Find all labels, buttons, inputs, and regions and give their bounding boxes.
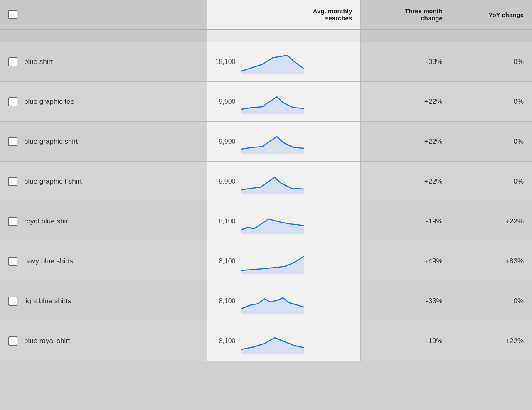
avg-monthly-value: 9,900 xyxy=(212,98,235,106)
header-checkbox[interactable] xyxy=(8,10,17,19)
yoy-cell: 0% xyxy=(451,162,532,201)
sparkline-chart xyxy=(239,209,306,234)
avg-monthly-value: 9,900 xyxy=(212,178,235,185)
keyword-text: blue graphic t shirt xyxy=(24,177,82,186)
subheader-yoy-cell xyxy=(451,29,532,42)
sparkline-chart xyxy=(239,249,306,274)
trend-cell: 8,100 xyxy=(207,321,361,361)
table-container: Avg. monthlysearches Three monthchange Y… xyxy=(0,0,532,410)
keyword-cell: blue graphic tee xyxy=(0,82,207,122)
avg-monthly-value: 8,100 xyxy=(212,297,235,305)
row-checkbox-7[interactable] xyxy=(8,336,17,346)
keyword-text: blue royal shirt xyxy=(24,337,70,345)
row-checkbox-5[interactable] xyxy=(8,257,17,266)
trend-cell: 9,900 xyxy=(207,82,361,122)
table-row: blue graphic shirt 9,900 +22% 0% xyxy=(0,122,532,162)
three-month-cell: -33% xyxy=(361,281,451,321)
row-checkbox-6[interactable] xyxy=(8,297,17,306)
yoy-cell: 0% xyxy=(451,82,532,122)
avg-monthly-value: 9,900 xyxy=(212,138,235,145)
keyword-cell: blue graphic shirt xyxy=(0,122,207,162)
avg-monthly-value: 8,100 xyxy=(212,337,235,345)
keyword-column-header xyxy=(0,0,207,29)
keyword-cell: light blue shirts xyxy=(0,281,207,321)
three-month-cell: -19% xyxy=(361,321,451,361)
row-checkbox-1[interactable] xyxy=(8,97,17,106)
three-month-cell: +22% xyxy=(361,122,451,162)
keyword-cell: blue graphic t shirt xyxy=(0,162,207,201)
keyword-text: navy blue shirts xyxy=(24,257,73,265)
row-checkbox-2[interactable] xyxy=(8,137,17,146)
table-row: light blue shirts 8,100 -33% 0% xyxy=(0,281,532,321)
yoy-cell: 0% xyxy=(451,281,532,321)
avg-monthly-value: 8,100 xyxy=(212,258,235,265)
keyword-cell: blue shirt xyxy=(0,42,207,82)
sparkline-chart xyxy=(239,49,306,74)
row-checkbox-4[interactable] xyxy=(8,217,17,226)
three-month-column-header: Three monthchange xyxy=(361,0,451,29)
table-header-row: Avg. monthlysearches Three monthchange Y… xyxy=(0,0,532,29)
yoy-cell: 0% xyxy=(451,122,532,162)
trend-cell: 9,900 xyxy=(207,122,361,162)
three-month-cell: +49% xyxy=(361,241,451,281)
keyword-table: Avg. monthlysearches Three monthchange Y… xyxy=(0,0,532,361)
trend-cell: 8,100 xyxy=(207,241,361,281)
row-checkbox-3[interactable] xyxy=(8,177,17,186)
keyword-cell: navy blue shirts xyxy=(0,241,207,281)
subheader-row xyxy=(0,29,532,42)
avg-monthly-column-header: Avg. monthlysearches xyxy=(207,0,361,29)
subheader-three-month-cell xyxy=(361,29,451,42)
yoy-cell: 0% xyxy=(451,42,532,82)
trend-cell: 8,100 xyxy=(207,201,361,241)
sparkline-chart xyxy=(239,289,306,314)
sparkline-chart xyxy=(239,329,306,354)
sparkline-chart xyxy=(239,129,306,154)
table-row: blue shirt 18,100 -33% 0% xyxy=(0,42,532,82)
sparkline-chart xyxy=(239,169,306,194)
trend-cell: 18,100 xyxy=(207,42,361,82)
row-checkbox-0[interactable] xyxy=(8,57,17,66)
table-row: blue graphic t shirt 9,900 +22% 0% xyxy=(0,162,532,201)
subheader-label xyxy=(0,29,207,42)
trend-cell: 8,100 xyxy=(207,281,361,321)
keyword-cell: royal blue shirt xyxy=(0,201,207,241)
keyword-cell: blue royal shirt xyxy=(0,321,207,361)
yoy-column-header: YoY change xyxy=(451,0,532,29)
three-month-cell: +22% xyxy=(361,162,451,201)
three-month-cell: -33% xyxy=(361,42,451,82)
yoy-cell: +22% xyxy=(451,201,532,241)
keyword-text: blue graphic shirt xyxy=(24,137,78,146)
table-row: blue royal shirt 8,100 -19% +22% xyxy=(0,321,532,361)
keyword-text: royal blue shirt xyxy=(24,217,70,226)
trend-cell: 9,900 xyxy=(207,162,361,201)
three-month-cell: +22% xyxy=(361,82,451,122)
avg-monthly-value: 18,100 xyxy=(212,58,235,66)
table-row: navy blue shirts 8,100 +49% +83% xyxy=(0,241,532,281)
avg-monthly-value: 8,100 xyxy=(212,218,235,225)
keyword-text: light blue shirts xyxy=(24,297,71,305)
keyword-text: blue shirt xyxy=(24,58,53,66)
table-row: royal blue shirt 8,100 -19% +22% xyxy=(0,201,532,241)
sparkline-chart xyxy=(239,89,306,114)
yoy-cell: +22% xyxy=(451,321,532,361)
keyword-text: blue graphic tee xyxy=(24,98,74,106)
avg-monthly-label: Avg. monthlysearches xyxy=(313,7,352,22)
yoy-cell: +83% xyxy=(451,241,532,281)
subheader-trend-cell xyxy=(207,29,361,42)
table-row: blue graphic tee 9,900 +22% 0% xyxy=(0,82,532,122)
three-month-cell: -19% xyxy=(361,201,451,241)
